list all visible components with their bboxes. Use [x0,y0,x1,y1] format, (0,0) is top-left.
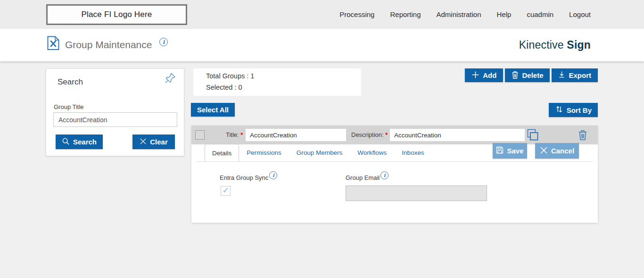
clear-x-icon [140,138,147,146]
group-toolbar: Add Delete Export [465,68,598,82]
tab-permissions[interactable]: Permissions [239,144,289,161]
description-label-text: Description: [351,131,384,138]
entra-info-icon[interactable]: i [269,171,277,179]
brand-bold: Sign [567,39,591,51]
export-button-label: Export [569,71,591,79]
title-label: Title: * [226,131,243,138]
group-email-label-text: Group Email [346,174,380,181]
sort-by-label: Sort By [567,106,592,114]
sort-arrows-icon [555,105,563,115]
title-label-text: Title: [226,131,239,138]
fi-logo-placeholder: Place FI Logo Here [46,4,187,25]
search-panel: Search Group Title Search Clear [46,68,184,156]
nav-item-username[interactable]: cuadmin [527,10,553,18]
page-info-icon[interactable]: i [159,38,168,46]
entra-group-sync-label-text: Entra Group Sync [220,174,268,181]
add-button-label: Add [483,71,496,79]
save-floppy-icon [496,146,504,155]
delete-button-label: Delete [522,71,543,79]
brand-regular: Kinective [519,39,564,51]
group-title-label: Group Title [54,103,84,110]
total-groups-text: Total Groups : 1 [206,72,254,80]
cancel-x-icon [540,146,548,156]
tabs-divider [197,161,593,162]
select-all-label: Select All [197,106,229,114]
description-label: Description: * [351,131,388,138]
description-required-marker: * [385,131,388,138]
search-panel-title: Search [58,77,83,87]
copy-group-button[interactable] [526,128,539,143]
tab-inboxes[interactable]: Inboxes [394,144,431,161]
top-bar: Place FI Logo Here Processing Reporting … [0,0,644,29]
cancel-button[interactable]: Cancel [535,143,579,159]
search-button[interactable]: Search [56,135,103,149]
trash-blue-icon [578,135,587,142]
save-button[interactable]: Save [493,143,527,159]
cancel-button-label: Cancel [551,147,574,155]
group-panel: Title: * Description: * Details Permissi… [191,126,598,223]
trash-icon [512,71,519,80]
plus-icon [471,71,479,80]
select-all-button[interactable]: Select All [191,103,235,117]
sort-by-button[interactable]: Sort By [549,103,598,117]
clear-button-label: Clear [150,138,168,146]
tab-group-members[interactable]: Group Members [289,144,350,161]
page-title: Group Maintenance [65,39,152,51]
group-email-info-icon[interactable]: i [380,171,388,179]
group-row: Title: * Description: * [191,126,598,144]
export-button[interactable]: Export [552,68,598,82]
entra-group-sync-checkbox[interactable] [221,186,231,196]
nav-item-processing[interactable]: Processing [339,10,374,18]
selected-count-text: Selected : 0 [206,84,242,91]
group-email-input [346,185,487,201]
pin-icon[interactable] [164,72,176,86]
top-nav: Processing Reporting Administration Help… [339,0,591,29]
nav-item-reporting[interactable]: Reporting [390,10,421,18]
brand-logo: Kinective Sign [519,39,591,51]
download-icon [558,71,565,80]
copy-icon [526,136,539,143]
delete-button[interactable]: Delete [505,68,550,82]
summary-box: Total Groups : 1 Selected : 0 [193,68,361,96]
save-button-label: Save [507,147,523,155]
tab-workflows[interactable]: Workflows [350,144,394,161]
nav-item-help[interactable]: Help [497,10,512,18]
group-email-label: Group Emaili [346,174,388,181]
group-tabs: Details Permissions Group Members Workfl… [205,144,432,161]
fi-logo-text: Place FI Logo Here [81,10,152,19]
title-input[interactable] [246,129,346,141]
entra-group-sync-label: Entra Group Synci [220,174,277,181]
search-button-label: Search [73,138,97,146]
nav-item-logout[interactable]: Logout [569,10,591,18]
title-required-marker: * [240,131,243,138]
group-title-input[interactable] [53,112,177,127]
group-row-checkbox[interactable] [195,130,205,140]
delete-group-button[interactable] [578,129,587,142]
nav-item-administration[interactable]: Administration [437,10,481,18]
search-icon [62,137,70,147]
add-button[interactable]: Add [465,68,503,82]
clear-button[interactable]: Clear [132,135,175,149]
group-maintenance-page-icon [47,36,59,52]
tab-details[interactable]: Details [205,144,239,161]
description-input[interactable] [390,129,525,141]
app-header: Group Maintenance i Kinective Sign [0,29,644,61]
